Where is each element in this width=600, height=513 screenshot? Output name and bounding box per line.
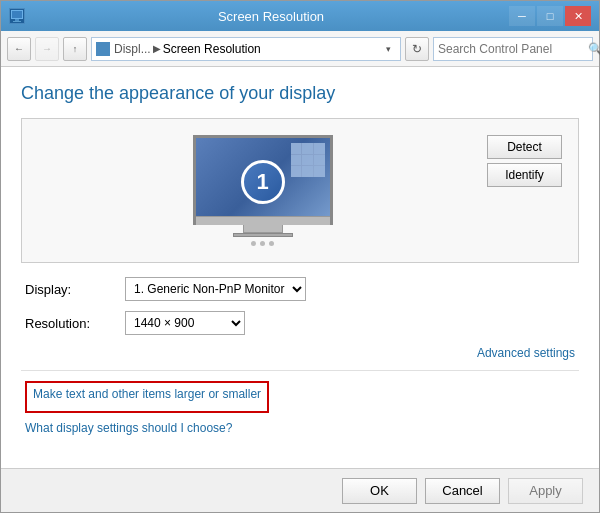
close-button[interactable]: ✕ <box>565 6 591 26</box>
window-icon <box>9 8 25 24</box>
forward-button[interactable]: → <box>35 37 59 61</box>
search-box: 🔍 <box>433 37 593 61</box>
window-title: Screen Resolution <box>33 9 509 24</box>
detect-button[interactable]: Detect <box>487 135 562 159</box>
grid-cell <box>314 143 325 154</box>
grid-cell <box>314 166 325 177</box>
display-label: Display: <box>25 282 125 297</box>
up-button[interactable]: ↑ <box>63 37 87 61</box>
grid-cell <box>291 155 302 166</box>
grid-cell <box>302 143 313 154</box>
refresh-button[interactable]: ↻ <box>405 37 429 61</box>
search-icon[interactable]: 🔍 <box>588 42 600 56</box>
monitor-area: 1 <box>21 118 579 263</box>
monitor-number-badge: 1 <box>241 160 285 204</box>
link-area: Make text and other items larger or smal… <box>21 381 579 441</box>
maximize-button[interactable]: □ <box>537 6 563 26</box>
cancel-button[interactable]: Cancel <box>425 478 500 504</box>
breadcrumb-bar: Displ... ▶ Screen Resolution ▾ <box>91 37 401 61</box>
monitor-stand <box>243 225 283 233</box>
window-controls: ─ □ ✕ <box>509 6 591 26</box>
svg-rect-1 <box>12 11 22 18</box>
monitor-base <box>233 233 293 237</box>
resolution-row: Resolution: 1440 × 900 <box>25 311 575 335</box>
monitor-dots <box>251 241 274 246</box>
identify-button[interactable]: Identify <box>487 163 562 187</box>
resolution-label: Resolution: <box>25 316 125 331</box>
monitor-dot <box>251 241 256 246</box>
back-button[interactable]: ← <box>7 37 31 61</box>
monitor-screen: 1 <box>193 135 333 225</box>
main-content: Change the appearance of your display 1 <box>1 67 599 468</box>
bottom-bar: OK Cancel Apply <box>1 468 599 512</box>
apply-button[interactable]: Apply <box>508 478 583 504</box>
resolution-select[interactable]: 1440 × 900 <box>125 311 245 335</box>
breadcrumb-prefix[interactable]: Displ... <box>114 42 151 56</box>
grid-cell <box>302 166 313 177</box>
settings-area: Display: 1. Generic Non-PnP Monitor Reso… <box>21 277 579 370</box>
folder-icon <box>96 42 110 56</box>
display-select[interactable]: 1. Generic Non-PnP Monitor <box>125 277 306 301</box>
search-input[interactable] <box>438 42 588 56</box>
highlighted-link-row: Make text and other items larger or smal… <box>25 381 269 413</box>
breadcrumb-dropdown[interactable]: ▾ <box>380 38 396 60</box>
breadcrumb-current[interactable]: Screen Resolution <box>163 42 261 56</box>
svg-rect-3 <box>13 21 21 22</box>
breadcrumb-arrow: ▶ <box>153 43 161 54</box>
title-bar: Screen Resolution ─ □ ✕ <box>1 1 599 31</box>
page-title: Change the appearance of your display <box>21 83 579 104</box>
advanced-settings-link[interactable]: Advanced settings <box>477 346 575 360</box>
main-window: Screen Resolution ─ □ ✕ ← → ↑ Displ... ▶… <box>0 0 600 513</box>
display-row: Display: 1. Generic Non-PnP Monitor <box>25 277 575 301</box>
minimize-button[interactable]: ─ <box>509 6 535 26</box>
advanced-link-row: Advanced settings <box>25 345 575 360</box>
monitor-dot <box>269 241 274 246</box>
display-settings-link[interactable]: What display settings should I choose? <box>25 421 575 435</box>
monitor-dot <box>260 241 265 246</box>
svg-rect-2 <box>15 19 19 21</box>
monitor-grid-overlay <box>291 143 325 177</box>
monitor-preview: 1 <box>38 135 487 246</box>
monitor-buttons: Detect Identify <box>487 135 562 187</box>
make-text-link[interactable]: Make text and other items larger or smal… <box>33 387 261 401</box>
grid-cell <box>291 143 302 154</box>
grid-cell <box>291 166 302 177</box>
divider <box>21 370 579 371</box>
ok-button[interactable]: OK <box>342 478 417 504</box>
address-bar: ← → ↑ Displ... ▶ Screen Resolution ▾ ↻ 🔍 <box>1 31 599 67</box>
grid-cell <box>302 155 313 166</box>
grid-cell <box>314 155 325 166</box>
